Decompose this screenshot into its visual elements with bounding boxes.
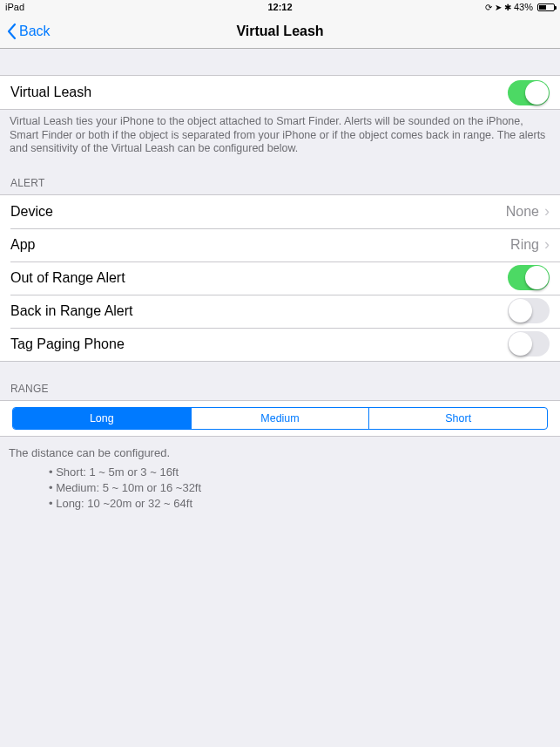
battery-icon: [536, 3, 555, 11]
main-toggle-group: Virtual Leash: [0, 75, 560, 110]
app-row[interactable]: App Ring ›: [0, 228, 560, 261]
out-of-range-switch[interactable]: [508, 265, 550, 290]
status-time: 12:12: [267, 2, 292, 12]
tag-paging-label: Tag Paging Phone: [10, 336, 125, 352]
out-of-range-label: Out of Range Alert: [10, 270, 125, 286]
range-header: RANGE: [0, 377, 560, 400]
segment-short[interactable]: Short: [368, 408, 547, 429]
device-name: iPad: [5, 2, 24, 12]
back-in-range-switch[interactable]: [508, 298, 550, 323]
virtual-leash-row: Virtual Leash: [0, 76, 560, 109]
range-desc-medium: Medium: 5 ~ 10m or 16 ~32ft: [49, 480, 551, 496]
chevron-left-icon: [5, 23, 17, 40]
range-description: The distance can be configured. Short: 1…: [0, 437, 560, 511]
alert-header: ALERT: [0, 172, 560, 194]
orientation-lock-icon: ⟳: [485, 3, 492, 12]
back-in-range-row: Back in Range Alert: [0, 295, 560, 328]
back-in-range-label: Back in Range Alert: [10, 303, 133, 319]
chevron-right-icon: ›: [544, 202, 550, 221]
range-desc-intro: The distance can be configured.: [9, 445, 551, 461]
battery-percent: 43%: [514, 2, 533, 12]
page-title: Virtual Leash: [236, 24, 323, 39]
alert-group: Device None › App Ring › Out of Range Al…: [0, 194, 560, 362]
location-icon: ➤: [495, 3, 502, 12]
navigation-bar: Back Virtual Leash: [0, 14, 560, 49]
back-label: Back: [19, 24, 51, 39]
device-row[interactable]: Device None ›: [0, 195, 560, 228]
range-desc-long: Long: 10 ~20m or 32 ~ 64ft: [49, 496, 551, 512]
range-segment-wrap: Long Medium Short: [0, 400, 560, 437]
device-label: Device: [10, 204, 53, 220]
range-desc-short: Short: 1 ~ 5m or 3 ~ 16ft: [49, 465, 551, 480]
out-of-range-row: Out of Range Alert: [0, 261, 560, 295]
chevron-right-icon: ›: [544, 235, 550, 254]
status-bar: iPad 12:12 ⟳ ➤ ✱ 43%: [0, 0, 560, 14]
app-label: App: [10, 237, 35, 253]
tag-paging-row: Tag Paging Phone: [0, 328, 560, 361]
main-footer-text: Virtual Leash ties your iPhone to the ob…: [0, 110, 560, 156]
range-segmented-control: Long Medium Short: [12, 407, 548, 430]
segment-long[interactable]: Long: [13, 408, 191, 429]
bluetooth-icon: ✱: [504, 3, 511, 12]
segment-medium[interactable]: Medium: [191, 408, 369, 429]
back-button[interactable]: Back: [5, 23, 51, 40]
app-value: Ring: [510, 237, 539, 253]
device-value: None: [506, 204, 539, 220]
tag-paging-switch[interactable]: [508, 331, 550, 357]
virtual-leash-label: Virtual Leash: [10, 85, 91, 100]
virtual-leash-switch[interactable]: [508, 80, 550, 105]
